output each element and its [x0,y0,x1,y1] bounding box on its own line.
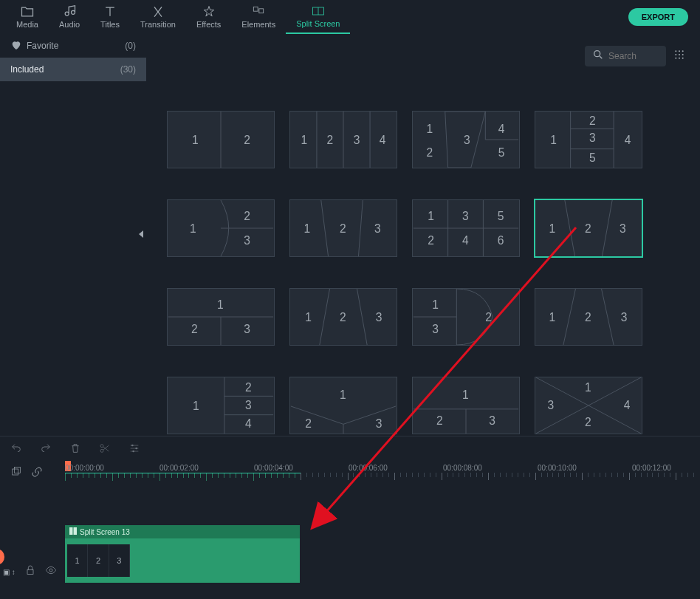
grid-view-icon[interactable] [673,49,685,64]
preset[interactable]: 123 [167,199,275,257]
preset[interactable]: 123 [535,288,642,346]
clip-handle[interactable] [0,550,4,564]
svg-line-81 [602,289,614,345]
settings-icon[interactable] [128,442,140,457]
link-icon[interactable] [31,466,43,481]
timestamp: 00:00:02:00 [159,464,199,472]
svg-text:2: 2 [585,311,591,324]
marker-icon[interactable] [10,466,22,481]
undo-icon[interactable] [10,442,22,457]
svg-text:3: 3 [547,399,554,411]
svg-text:2: 2 [585,416,591,428]
svg-point-7 [679,50,680,52]
timeline-clip[interactable]: Split Screen 13 1 2 3 [65,525,300,583]
preset[interactable]: 123 [535,199,642,257]
svg-text:3: 3 [621,311,628,324]
svg-text:1: 1 [303,222,310,235]
svg-text:1: 1 [217,298,224,311]
svg-point-6 [675,50,676,52]
sidebar-item-included[interactable]: Included (30) [0,58,146,81]
sidebar: Favorite (0) Included (30) [0,34,146,436]
preset[interactable]: 123 [289,288,397,346]
search-icon [592,49,604,64]
preset[interactable]: 132 [412,288,520,346]
svg-text:1: 1 [432,298,439,311]
nav-elements[interactable]: Elements [231,0,286,34]
svg-text:3: 3 [589,131,596,144]
timeline-tracks[interactable]: Split Screen 13 1 2 3 ▣ ↕ [0,485,700,599]
svg-text:1: 1 [305,311,312,324]
svg-line-47 [358,200,363,256]
timeline-ruler[interactable]: 00:00:00:00 00:00:02:00 00:00:04:00 00:0… [65,462,700,485]
svg-rect-121 [27,569,33,574]
svg-text:3: 3 [376,311,382,324]
preset[interactable]: 123 [289,199,397,257]
preset[interactable]: 123456 [412,199,520,257]
svg-line-71 [357,289,368,345]
redo-icon[interactable] [40,442,52,457]
sidebar-count: (0) [125,41,136,51]
collapse-sidebar-icon[interactable] [137,228,145,242]
timestamp: 00:00:12:00 [632,464,671,472]
svg-text:2: 2 [244,134,250,146]
timestamp: 00:00:06:00 [349,464,388,472]
svg-line-70 [320,289,330,345]
svg-text:6: 6 [498,234,504,247]
sidebar-label: Favorite [27,41,58,51]
scissors-icon[interactable] [99,442,111,457]
preset[interactable]: 123 [289,377,397,434]
search-input[interactable] [608,51,660,61]
transition-icon [151,5,165,18]
svg-text:1: 1 [190,222,196,235]
preset[interactable]: 123 [167,288,275,346]
svg-point-122 [49,569,52,572]
svg-text:5: 5 [498,210,504,222]
svg-point-11 [682,54,684,55]
clip-name: Split Screen 13 [80,528,130,536]
timestamp: 00:00:04:00 [254,464,293,472]
preset[interactable]: 12 [167,111,275,168]
lock-icon[interactable] [24,564,36,579]
svg-text:2: 2 [485,311,492,324]
svg-point-108 [100,449,103,452]
preset[interactable]: 1234 [167,377,275,434]
svg-line-25 [445,112,448,168]
svg-text:2: 2 [428,234,434,247]
nav-titles[interactable]: Titles [90,0,130,34]
nav-split-screen[interactable]: Split Screen [286,0,350,34]
sidebar-label: Included [10,64,44,75]
svg-text:2: 2 [245,381,252,394]
nav-label: Split Screen [296,19,340,28]
sidebar-item-favorite[interactable]: Favorite (0) [0,34,146,58]
preset-grid: 12 1234 12345 12354 123 123 123456 123 1… [167,111,685,434]
nav-transition[interactable]: Transition [130,0,186,34]
export-button[interactable]: EXPORT [628,8,688,26]
svg-text:3: 3 [462,210,469,222]
svg-text:3: 3 [244,323,250,335]
svg-text:1: 1 [549,311,555,324]
svg-line-80 [563,289,576,345]
svg-text:1: 1 [462,389,469,401]
text-icon [103,5,117,18]
preset[interactable]: 12354 [535,111,642,168]
svg-line-5 [600,56,602,58]
nav-media[interactable]: Media [6,0,49,34]
svg-line-61 [603,200,613,256]
preset[interactable]: 12345 [412,111,520,168]
eye-icon[interactable] [45,564,57,579]
svg-text:1: 1 [426,123,433,135]
svg-point-115 [135,447,137,449]
content-area: 12 1234 12345 12354 123 123 123456 123 1… [146,34,700,436]
delete-icon[interactable] [69,442,81,457]
timeline-ruler-row: 00:00:00:00 00:00:02:00 00:00:04:00 00:0… [0,462,700,485]
preset[interactable]: 123 [412,377,520,434]
nav-effects[interactable]: Effects [186,0,231,34]
search-input-wrapper[interactable] [585,46,666,66]
timestamp: 00:00:00:00 [65,464,104,472]
track-toggle-icon[interactable]: ▣ ↕ [3,568,16,576]
preset[interactable]: 1234 [535,377,642,434]
svg-point-14 [682,58,684,59]
nav-audio[interactable]: Audio [49,0,90,34]
preset[interactable]: 1234 [289,111,397,168]
svg-text:3: 3 [245,399,252,411]
